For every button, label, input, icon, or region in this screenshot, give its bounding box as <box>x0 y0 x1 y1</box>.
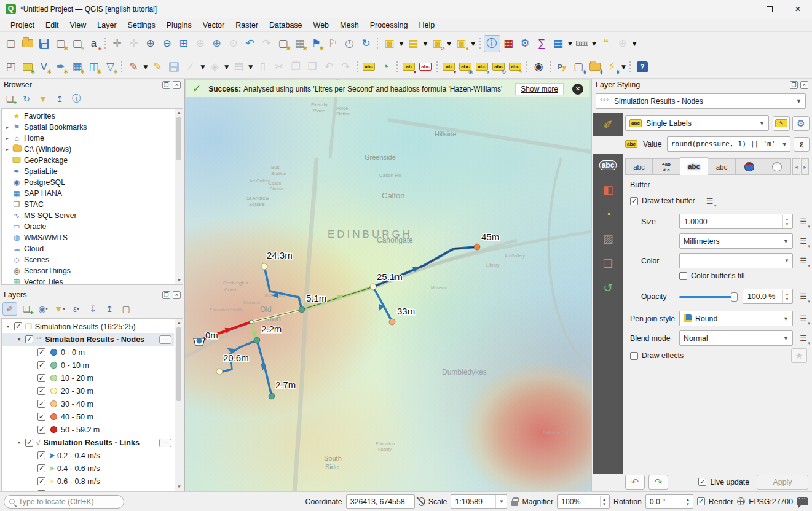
processing-favorites-button[interactable]: ⚡⧫ <box>604 58 620 76</box>
show-layout-manager-button[interactable]: ▢✎ <box>69 35 85 52</box>
menu-processing[interactable]: Processing <box>365 19 414 31</box>
node-class-row[interactable]: 30 - 40 m <box>2 397 174 410</box>
refresh-map-button[interactable]: ↻ <box>358 35 374 52</box>
browser-item-c-windows-[interactable]: ▸C:\ (Windows) <box>2 144 174 155</box>
node-class-row[interactable]: 0 - 10 m <box>2 359 174 372</box>
new-map-view-button[interactable]: ▢✱ <box>275 35 291 52</box>
size-override-button[interactable]: ☰ <box>797 215 810 228</box>
styling-tab-labels-3d[interactable]: ◧ <box>593 178 623 201</box>
coordinate-input[interactable]: 326413, 674558 <box>346 494 415 509</box>
zoom-in-button[interactable]: ⊕ <box>142 35 159 52</box>
menu-settings[interactable]: Settings <box>122 19 161 31</box>
layers-scrollbar[interactable]: ▲▼ <box>175 319 183 491</box>
label-mode-combo[interactable]: abc Single Labels ▼ <box>625 115 769 131</box>
browser-float-button[interactable]: ❐ <box>162 81 170 89</box>
live-update-checkbox[interactable] <box>698 478 706 486</box>
node-class-row[interactable]: 0 - 0 m <box>2 346 174 359</box>
filter-by-expression-button[interactable]: ε▾ <box>69 302 84 316</box>
new-mesh-layer-button[interactable]: ▦✱ <box>69 58 85 76</box>
links-layer-checkbox[interactable] <box>25 439 33 447</box>
render-checkbox[interactable] <box>697 497 705 505</box>
labeling-rules-button[interactable]: ✎ <box>773 116 790 131</box>
link-class-row[interactable]: ➤0.6 - 0.8 m/s <box>2 475 174 488</box>
layer-group-row[interactable]: ▾❐Simulation Results (16:25:25) <box>2 320 174 333</box>
node-class-row[interactable]: 20 - 30 m <box>2 384 174 397</box>
new-spatialite-layer-button[interactable]: ✒✱ <box>52 58 69 76</box>
styling-tab-history[interactable]: ↺ <box>593 276 623 300</box>
python-console-button[interactable]: Py <box>554 58 570 76</box>
styling-float-button[interactable]: ❐ <box>790 81 798 89</box>
show-bookmark-manager-button[interactable]: ⚐ <box>325 35 341 52</box>
browser-item-home[interactable]: ▸⌂Home <box>2 133 174 144</box>
move-label-diagram-button[interactable]: abc➜ <box>474 58 491 76</box>
color-override-button[interactable]: ☰ <box>797 254 810 268</box>
manage-map-themes-button[interactable]: ◉▾ <box>36 302 50 316</box>
magnifier-spinbox[interactable]: 100%▲▼ <box>557 494 610 509</box>
help-button[interactable]: ? <box>634 58 650 76</box>
menu-project[interactable]: Project <box>5 19 40 31</box>
styling-undo-button[interactable]: ↶ <box>625 475 645 490</box>
tab-background[interactable] <box>736 158 763 175</box>
menu-raster[interactable]: Raster <box>230 19 264 31</box>
class-checkbox[interactable] <box>37 400 45 408</box>
new-3d-map-view-button[interactable]: ▦✱ <box>291 35 308 52</box>
browser-item-wms-wmts[interactable]: ◍WMS/WMTS <box>2 232 174 243</box>
tab-text[interactable]: abc <box>625 158 653 175</box>
locator-search-input[interactable]: Type to locate (Ctrl+K) <box>4 495 124 509</box>
tabs-scroll-right[interactable]: ▸ <box>801 158 809 175</box>
new-print-layout-button[interactable]: ▢✱ <box>52 35 69 52</box>
select-features-button[interactable]: ▣ <box>381 35 398 52</box>
menu-plugins[interactable]: Plugins <box>161 19 197 31</box>
class-checkbox[interactable] <box>37 413 45 421</box>
layer-labeling-options-button[interactable]: abc <box>361 58 377 76</box>
link-class-row[interactable]: ➤0.2 - 0.4 m/s <box>2 449 174 462</box>
browser-item-geopackage[interactable]: GeoPackage <box>2 155 174 166</box>
tabs-scroll-left[interactable]: ◂ <box>792 158 800 175</box>
layers-float-button[interactable]: ❐ <box>162 291 170 299</box>
automated-placement-button[interactable]: ⚙ <box>792 116 810 131</box>
rotation-spinbox[interactable]: 0.0 °▲▼ <box>645 494 693 509</box>
new-virtual-layer-button[interactable]: ◫✱ <box>85 58 102 76</box>
new-shapefile-layer-button[interactable]: V✱ <box>36 58 52 76</box>
zoom-last-button[interactable]: ↶ <box>242 35 258 52</box>
collapse-all-button[interactable]: ↥ <box>52 92 67 106</box>
menu-web[interactable]: Web <box>308 19 334 31</box>
group-checkbox[interactable] <box>14 322 22 330</box>
menu-help[interactable]: Help <box>413 19 440 31</box>
crs-value[interactable]: EPSG:27700 <box>749 497 793 506</box>
pen-join-override-button[interactable]: ☰ <box>797 312 810 326</box>
new-processing-script-button[interactable]: ▢⧫ <box>570 58 587 76</box>
node-class-row[interactable]: 40 - 50 m <box>2 410 174 423</box>
browser-item-stac[interactable]: ❐STAC <box>2 199 174 210</box>
blend-override-button[interactable]: ☰ <box>797 332 810 345</box>
class-checkbox[interactable] <box>37 361 45 369</box>
label-expression-box[interactable]: round(pressure, 1) || 'm' ▼ <box>667 136 790 152</box>
refresh-browser-button[interactable]: ↻ <box>19 92 34 106</box>
data-source-manager-button[interactable]: ◰ <box>2 58 19 76</box>
class-checkbox[interactable] <box>37 426 45 434</box>
close-button[interactable]: × <box>784 0 812 18</box>
styling-tab-diagrams[interactable]: ◔ <box>593 203 623 226</box>
map-canvas[interactable]: EDINBURGHCanongateGreensideHillsideCalto… <box>184 79 591 491</box>
show-hide-labels-button[interactable]: abc◉ <box>457 58 474 76</box>
node-class-row[interactable]: 50 - 59.2 m <box>2 423 174 436</box>
select-by-location-button[interactable]: ▣● <box>453 35 470 52</box>
expression-builder-button[interactable]: ε <box>794 137 810 152</box>
draw-text-buffer-checkbox[interactable] <box>630 197 638 205</box>
browser-item-spatial-bookmarks[interactable]: ▸⚑Spatial Bookmarks <box>2 122 174 133</box>
opacity-override-button[interactable]: ☰ <box>797 290 810 303</box>
menu-view[interactable]: View <box>64 19 92 31</box>
menu-edit[interactable]: Edit <box>40 19 65 31</box>
nodes-layer-checkbox[interactable] <box>25 335 33 343</box>
minimize-button[interactable] <box>727 0 755 18</box>
buffer-size-spinbox[interactable]: 1.0000 ▲▼ <box>679 214 793 229</box>
zoom-to-layer-button[interactable]: ⊕ <box>208 35 225 52</box>
expander-icon[interactable]: ▸ <box>4 147 10 152</box>
highlight-pinned-labels-button[interactable]: abc <box>417 58 434 76</box>
enable-properties-widget-button[interactable]: ⓘ <box>69 92 84 106</box>
class-checkbox[interactable] <box>37 477 45 485</box>
style-manager-button[interactable]: a● <box>85 35 102 52</box>
messages-icon[interactable] <box>797 497 808 505</box>
zoom-full-button[interactable]: ⊞ <box>175 35 192 52</box>
opacity-spinbox[interactable]: 100.0 % ▲▼ <box>743 289 793 304</box>
